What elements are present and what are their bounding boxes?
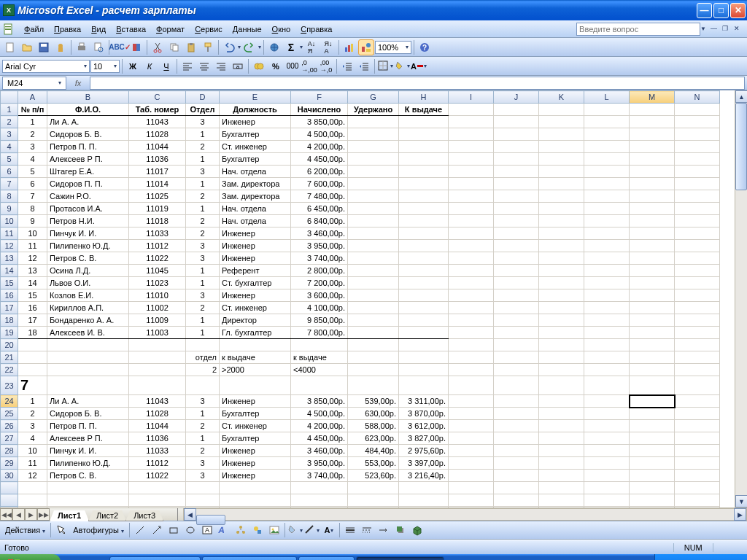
3d-button[interactable] xyxy=(409,522,425,538)
row-header[interactable]: 24 xyxy=(1,395,18,408)
menu-Файл[interactable]: Файл xyxy=(19,23,49,35)
menu-Правка[interactable]: Правка xyxy=(49,23,86,35)
hscroll-thumb[interactable] xyxy=(196,515,225,525)
autosum-dropdown-icon[interactable]: ▾ xyxy=(300,44,303,50)
worksheet-grid[interactable]: ABCDEFGHIJKLMN1№ п/пФ.И.О.Таб. номерОтде… xyxy=(0,90,747,508)
row-header[interactable]: 13 xyxy=(1,252,18,265)
window-close-button[interactable]: ✕ xyxy=(730,3,746,18)
col-header-K[interactable]: K xyxy=(539,91,584,104)
print-preview-button[interactable] xyxy=(90,39,107,55)
name-box[interactable]: M24▾ xyxy=(2,77,66,90)
row-header[interactable]: 16 xyxy=(1,289,18,302)
row-header[interactable]: 8 xyxy=(1,190,18,203)
col-header-L[interactable]: L xyxy=(584,91,630,104)
research-button[interactable] xyxy=(128,39,144,55)
clipart-button[interactable] xyxy=(249,522,266,538)
col-header-H[interactable]: H xyxy=(399,91,449,104)
dash-style-button[interactable] xyxy=(359,522,375,538)
zoom-combo[interactable]: 100%▾ xyxy=(375,41,411,54)
increase-indent-button[interactable] xyxy=(356,58,372,74)
currency-button[interactable] xyxy=(251,58,267,74)
copy-button[interactable] xyxy=(166,39,182,55)
row-header[interactable]: 29 xyxy=(1,457,18,470)
autoshapes-menu[interactable]: Автофигуры ▾ xyxy=(70,526,127,534)
scroll-up-button[interactable]: ▲ xyxy=(735,90,747,103)
fill-color-button[interactable]: ▾ xyxy=(394,58,410,74)
col-header-I[interactable]: I xyxy=(449,91,494,104)
tab-nav-next-button[interactable]: ▶ xyxy=(25,508,37,521)
merge-center-button[interactable]: a xyxy=(230,58,246,74)
col-header-G[interactable]: G xyxy=(348,91,399,104)
vertical-scrollbar[interactable]: ▲ ▼ xyxy=(735,90,747,508)
align-center-button[interactable] xyxy=(196,58,212,74)
line-tool-button[interactable] xyxy=(132,522,148,538)
row-header[interactable]: 14 xyxy=(1,265,18,277)
save-button[interactable] xyxy=(36,39,52,55)
row-header[interactable]: 10 xyxy=(1,215,18,228)
italic-button[interactable]: К xyxy=(142,58,158,74)
row-header[interactable]: 26 xyxy=(1,420,18,432)
bold-button[interactable]: Ж xyxy=(125,58,141,74)
sheet-tab-Лист2[interactable]: Лист2 xyxy=(88,510,126,521)
line-color-button[interactable]: ▾ xyxy=(304,522,320,538)
new-button[interactable] xyxy=(2,39,18,55)
menu-Окно[interactable]: Окно xyxy=(267,23,296,35)
borders-button[interactable]: ▾ xyxy=(377,58,393,74)
vscroll-thumb[interactable] xyxy=(735,103,747,190)
taskbar-item[interactable]: 📘2 Microsoft Offic... xyxy=(109,556,200,560)
help-question-input[interactable] xyxy=(576,23,700,36)
row-header[interactable]: 18 xyxy=(1,314,18,327)
taskbar-item[interactable]: 📁C:\Documents an... xyxy=(202,556,297,560)
sheet-tab-Лист3[interactable]: Лист3 xyxy=(125,510,163,521)
hyperlink-button[interactable] xyxy=(266,39,282,55)
undo-dropdown-icon[interactable]: ▾ xyxy=(238,44,241,50)
open-button[interactable] xyxy=(19,39,35,55)
arrow-tool-button[interactable] xyxy=(149,522,165,538)
font-color-draw-button[interactable]: A▾ xyxy=(321,522,337,538)
row-header[interactable]: 28 xyxy=(1,445,18,457)
formula-input[interactable] xyxy=(90,77,745,90)
print-button[interactable] xyxy=(74,39,90,55)
row-header[interactable]: 7 xyxy=(1,178,18,190)
row-header[interactable]: 30 xyxy=(1,470,18,482)
window-minimize-button[interactable]: — xyxy=(697,3,712,18)
col-header-B[interactable]: B xyxy=(47,91,129,104)
row-header[interactable]: 9 xyxy=(1,203,18,215)
redo-dropdown-icon[interactable]: ▾ xyxy=(258,44,261,50)
row-header[interactable]: 1 xyxy=(1,104,18,116)
increase-decimal-button[interactable]: ,0→,00 xyxy=(301,58,317,74)
redo-button[interactable] xyxy=(241,39,258,55)
horizontal-scrollbar[interactable]: ◀ ▶ xyxy=(183,508,747,521)
menu-Данные[interactable]: Данные xyxy=(228,23,267,35)
row-header[interactable]: 6 xyxy=(1,166,18,178)
help-button[interactable]: ? xyxy=(417,39,433,55)
decrease-indent-button[interactable] xyxy=(339,58,355,74)
col-header-D[interactable]: D xyxy=(186,91,220,104)
row-header[interactable]: 25 xyxy=(1,408,18,420)
paste-button[interactable] xyxy=(183,39,199,55)
sort-desc-button[interactable]: Я↓А xyxy=(320,39,336,55)
shadow-button[interactable] xyxy=(392,522,409,538)
cut-button[interactable] xyxy=(150,39,166,55)
row-header[interactable]: 15 xyxy=(1,277,18,289)
menu-Сервис[interactable]: Сервис xyxy=(190,23,228,35)
scroll-down-button[interactable]: ▼ xyxy=(735,495,747,508)
insert-picture-button[interactable] xyxy=(266,522,282,538)
spelling-button[interactable]: ABC✓ xyxy=(112,39,128,55)
row-header[interactable]: 5 xyxy=(1,153,18,166)
row-header[interactable]: 12 xyxy=(1,240,18,252)
chart-wizard-button[interactable] xyxy=(341,39,357,55)
underline-button[interactable]: Ч xyxy=(158,58,174,74)
drawing-toggle-button[interactable] xyxy=(358,39,374,55)
tab-nav-first-button[interactable]: ◀◀ xyxy=(0,508,12,521)
question-dropdown-icon[interactable]: ▼ xyxy=(700,26,706,32)
col-header-J[interactable]: J xyxy=(494,91,539,104)
rectangle-tool-button[interactable] xyxy=(166,522,182,538)
permission-button[interactable] xyxy=(53,39,69,55)
col-header-M[interactable]: M xyxy=(630,91,675,104)
autosum-button[interactable]: Σ xyxy=(283,39,299,55)
taskbar-item[interactable]: 📗расчет зарплаты xyxy=(356,556,445,560)
menu-Вид[interactable]: Вид xyxy=(86,23,111,35)
window-maximize-button[interactable]: □ xyxy=(713,3,729,18)
diagram-button[interactable] xyxy=(233,522,249,538)
